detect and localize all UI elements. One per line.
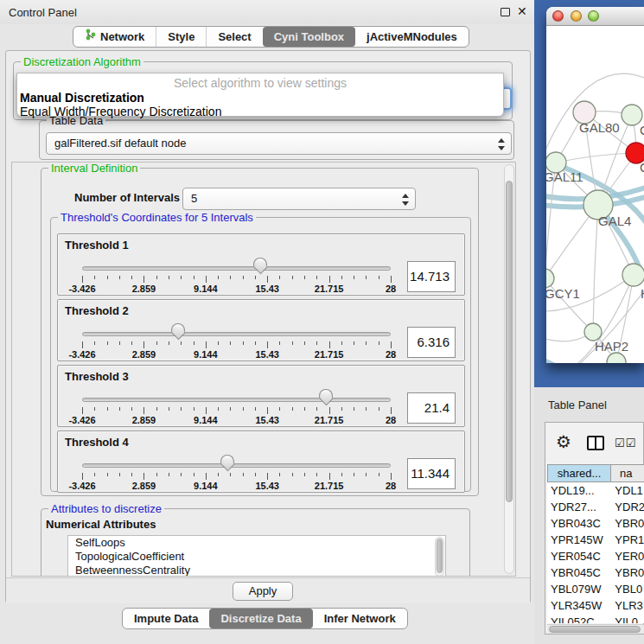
- apply-button[interactable]: Apply: [233, 582, 293, 601]
- table-row[interactable]: YDR27...YDR2: [547, 499, 644, 515]
- slider-tick: [181, 276, 182, 279]
- slider-tick: [82, 407, 83, 414]
- slider-tick: [243, 276, 244, 279]
- attribute-list-item[interactable]: BetweennessCentrality: [68, 564, 445, 577]
- float-window-icon[interactable]: [501, 8, 510, 16]
- slider-tick: [119, 407, 120, 411]
- minimize-traffic-light-icon[interactable]: [571, 10, 582, 22]
- network-icon: [85, 27, 96, 47]
- number-of-intervals-combobox[interactable]: 5: [182, 188, 416, 210]
- network-window-titlebar[interactable]: [546, 7, 644, 26]
- table-row[interactable]: YPR145WYPR1: [547, 532, 644, 548]
- slider-track[interactable]: [82, 266, 391, 271]
- slider-tick: [279, 341, 280, 345]
- tab-cyni-toolbox[interactable]: Cyni Toolbox: [263, 27, 355, 47]
- list-scrollbar[interactable]: [435, 537, 444, 577]
- attribute-list-item[interactable]: TopologicalCoefficient: [68, 550, 445, 564]
- slider-tick-label: 2.859: [121, 284, 166, 294]
- table-data-combobox[interactable]: galFiltered.sif default node: [46, 132, 512, 155]
- slider-tick: [292, 341, 293, 345]
- table-row[interactable]: YBL079WYBL0: [547, 581, 644, 597]
- horizontal-scrollbar-thumb[interactable]: [549, 626, 641, 633]
- slider-tick: [243, 341, 244, 345]
- tab-jactivemnodules[interactable]: jActiveMNodules: [355, 27, 469, 47]
- table-row[interactable]: YIL052CYIL0: [547, 614, 644, 623]
- slider-tick: [316, 276, 317, 279]
- slider-tick: [354, 341, 354, 345]
- table-row[interactable]: YBR045CYBR0: [547, 564, 644, 581]
- slider-tick: [366, 341, 367, 345]
- numerical-attributes-list[interactable]: SelfLoopsTopologicalCoefficientBetweenne…: [67, 535, 446, 577]
- horizontal-scrollbar[interactable]: [547, 624, 644, 634]
- slider-tick: [169, 341, 169, 345]
- network-canvas[interactable]: GAL80GALCGAL11GAL4GCY1HAHAP2: [546, 26, 644, 363]
- slider-tick: [391, 341, 392, 348]
- list-scrollbar-thumb[interactable]: [437, 539, 443, 573]
- network-node[interactable]: [584, 323, 602, 341]
- slider-handle[interactable]: [319, 389, 333, 399]
- tab-network[interactable]: Network: [73, 27, 156, 47]
- vertical-scrollbar[interactable]: [504, 164, 514, 574]
- tab-style[interactable]: Style: [156, 27, 206, 47]
- network-node[interactable]: [622, 264, 644, 286]
- slider-tick: [255, 473, 256, 476]
- slider-tick: [194, 276, 194, 279]
- zoom-traffic-light-icon[interactable]: [588, 10, 599, 22]
- checkbox-icons[interactable]: ☑☑: [615, 437, 636, 450]
- network-edge[interactable]: [556, 153, 636, 163]
- slider-tick: [194, 341, 194, 345]
- slider-tick: [292, 276, 293, 279]
- slider-tick-label: 9.144: [183, 481, 228, 491]
- table-column-header[interactable]: shared...: [547, 464, 611, 482]
- table-row[interactable]: YLR345WYLR3: [547, 597, 644, 614]
- table-column-header[interactable]: na: [611, 464, 644, 482]
- network-edge[interactable]: [546, 359, 596, 363]
- tab-select[interactable]: Select: [206, 27, 262, 47]
- slider-tick: [156, 473, 157, 476]
- slider-tick: [156, 341, 157, 345]
- tab-infer-network[interactable]: Infer Network: [313, 609, 407, 628]
- tab-impute-data[interactable]: Impute Data: [123, 609, 209, 628]
- algorithm-option[interactable]: Equal Width/Frequency Discretization: [20, 105, 221, 118]
- slider-tick-label: 15.43: [245, 349, 290, 360]
- close-traffic-light-icon[interactable]: [552, 10, 564, 22]
- slider-handle[interactable]: [253, 258, 267, 267]
- threshold-value-field[interactable]: 14.713: [407, 261, 456, 292]
- slider-tick-label: 21.715: [307, 415, 352, 425]
- table-cell: YBL0: [611, 581, 644, 597]
- algorithm-option[interactable]: Manual Discretization: [20, 91, 144, 105]
- table-cell: YDR27...: [547, 499, 611, 515]
- table-row[interactable]: YER054CYER0: [547, 548, 644, 564]
- slider-tick: [304, 407, 305, 411]
- network-node[interactable]: [546, 269, 554, 288]
- vertical-scrollbar-thumb[interactable]: [506, 181, 513, 502]
- slider-tick: [267, 407, 268, 414]
- tab-discretize-data[interactable]: Discretize Data: [209, 609, 312, 628]
- slider-track[interactable]: [82, 463, 391, 468]
- gear-icon[interactable]: ⚙: [556, 431, 571, 452]
- slider-tick: [255, 407, 256, 411]
- slider-handle[interactable]: [171, 323, 185, 333]
- threshold-value-field[interactable]: 6.316: [407, 327, 456, 358]
- threshold-label: Threshold 1: [65, 239, 129, 252]
- slider-track[interactable]: [82, 398, 391, 402]
- network-node[interactable]: [607, 353, 626, 363]
- slider-track[interactable]: [82, 332, 391, 336]
- close-icon[interactable]: ✕: [517, 4, 527, 18]
- table-row[interactable]: YBR043CYBR0: [547, 515, 644, 532]
- tab-tab-label: Discretize Data: [220, 609, 301, 628]
- network-node-label: C: [640, 160, 644, 175]
- thresholds-group: Threshold's Coordinates for 5 Intervals …: [50, 217, 471, 492]
- split-columns-icon[interactable]: [587, 436, 604, 450]
- network-node-label: GAL: [640, 123, 644, 137]
- slider-tick-label: -3.426: [60, 284, 105, 294]
- slider-tick: [255, 341, 256, 345]
- attribute-list-item[interactable]: SelfLoops: [68, 536, 445, 550]
- table-cell: YBR0: [611, 515, 644, 532]
- network-view-window[interactable]: GAL80GALCGAL11GAL4GCY1HAHAP2: [546, 7, 644, 363]
- threshold-value-field[interactable]: 21.4: [407, 392, 456, 424]
- table-row[interactable]: YDL19...YDL1: [547, 482, 644, 499]
- threshold-value-field[interactable]: 11.344: [407, 458, 456, 489]
- settings-scrollpane: Interval Definition Number of Intervals …: [11, 162, 516, 577]
- slider-handle[interactable]: [220, 455, 234, 464]
